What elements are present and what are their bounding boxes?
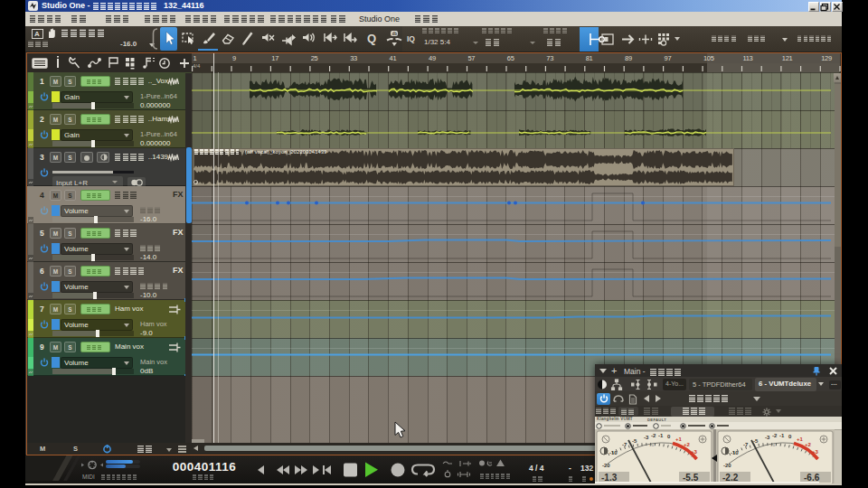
svg-text:-1: -1 xyxy=(658,433,664,438)
svg-text:-10: -10 xyxy=(731,450,739,455)
svg-text:+1: +1 xyxy=(675,436,683,442)
svg-text:-3: -3 xyxy=(765,435,770,440)
svg-text:-7: -7 xyxy=(622,442,627,447)
svg-text:+2: +2 xyxy=(684,442,691,447)
svg-text:-5: -5 xyxy=(753,438,759,444)
svg-text:-10: -10 xyxy=(609,450,618,455)
svg-text:-5: -5 xyxy=(632,438,637,444)
svg-text:vu: vu xyxy=(649,442,655,447)
svg-text:+1: +1 xyxy=(797,436,804,442)
svg-text:+3: +3 xyxy=(812,449,819,455)
svg-text:-2: -2 xyxy=(772,433,778,438)
svg-text:+2: +2 xyxy=(805,442,812,447)
svg-text:-1: -1 xyxy=(779,433,785,438)
svg-text:-7: -7 xyxy=(743,442,749,447)
svg-text:vu: vu xyxy=(770,442,776,447)
svg-text:-20: -20 xyxy=(723,463,731,468)
svg-text:-3: -3 xyxy=(644,435,649,440)
svg-text:+3: +3 xyxy=(691,449,698,455)
svg-text:-20: -20 xyxy=(602,463,610,468)
svg-text:-2: -2 xyxy=(651,433,656,438)
